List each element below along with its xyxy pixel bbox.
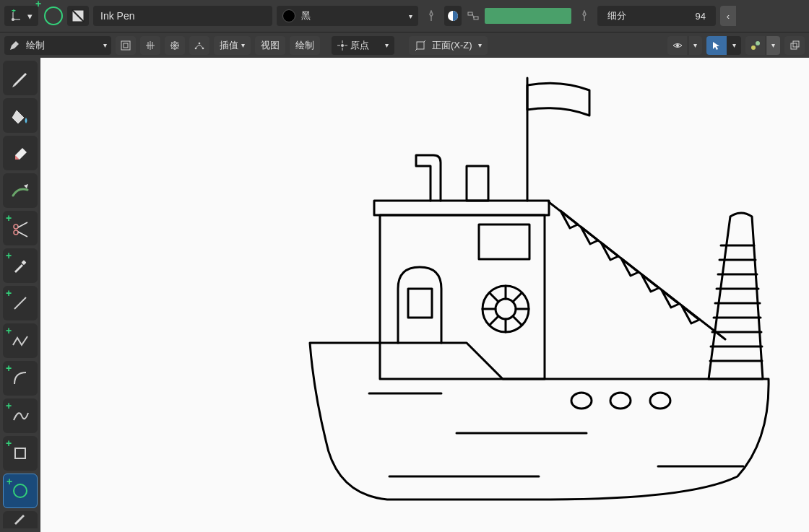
- visibility-split: ▾: [667, 36, 702, 55]
- guides-toggle-2[interactable]: [140, 36, 160, 55]
- svg-point-13: [341, 44, 344, 47]
- tool-curve[interactable]: +: [3, 398, 38, 433]
- svg-point-26: [571, 393, 592, 409]
- visibility-dropdown[interactable]: ▾: [688, 36, 702, 55]
- svg-rect-35: [479, 224, 529, 259]
- mode-dropdown[interactable]: 绘制 ▾: [4, 36, 111, 55]
- layer-link-icon[interactable]: [466, 6, 480, 26]
- svg-line-23: [14, 297, 26, 309]
- main-area: + + + + + + + +: [0, 58, 809, 532]
- drawing-plane-dropdown[interactable]: 正面(X-Z) ▾: [409, 36, 488, 55]
- svg-point-28: [650, 393, 670, 409]
- origin-dropdown[interactable]: 原点 ▾: [332, 36, 394, 55]
- pencil-icon: [9, 40, 20, 51]
- svg-text:+: +: [12, 9, 16, 14]
- gizmo-split: ▾: [745, 36, 780, 55]
- tool-draw[interactable]: [3, 61, 38, 95]
- subdivide-field[interactable]: 细分 94: [597, 6, 716, 26]
- svg-line-44: [490, 316, 498, 325]
- layer-opacity-bar[interactable]: [485, 8, 571, 24]
- tool-erase[interactable]: [3, 136, 38, 170]
- material-slot-icon[interactable]: [67, 6, 89, 26]
- chevron-down-icon: ▾: [27, 11, 33, 22]
- view-label: 视图: [261, 39, 280, 52]
- chevron-down-icon: ▾: [385, 41, 389, 49]
- tool-line[interactable]: +: [3, 286, 38, 320]
- origin-label: 原点: [350, 39, 369, 52]
- guides-toggle-1[interactable]: [116, 36, 136, 55]
- select-split: ▾: [706, 36, 741, 55]
- tool-circle[interactable]: +: [3, 474, 38, 508]
- scroll-left-button[interactable]: ‹: [720, 6, 736, 26]
- tool-fill[interactable]: [3, 98, 38, 133]
- gizmo-dropdown[interactable]: ▾: [766, 36, 780, 55]
- svg-point-16: [751, 45, 756, 50]
- pin-layer-icon[interactable]: [576, 6, 593, 26]
- chevron-down-icon: ▾: [478, 41, 482, 49]
- svg-line-43: [513, 293, 522, 302]
- top-header: + ▾ Ink Pen 黑 ▾ 细分 94 ‹: [0, 0, 809, 32]
- tool-polyline[interactable]: +: [3, 323, 38, 358]
- tool-column: + + + + + + + +: [0, 58, 40, 532]
- material-name-label: Ink Pen: [100, 10, 134, 22]
- tool-eyedropper[interactable]: +: [3, 248, 38, 283]
- gizmo-button[interactable]: [745, 36, 766, 55]
- drawing-plane-label: 正面(X-Z): [432, 39, 472, 52]
- guides-toggle-4[interactable]: [189, 36, 209, 55]
- visibility-button[interactable]: [667, 36, 688, 55]
- draw-label: 绘制: [295, 39, 314, 52]
- svg-line-42: [490, 293, 498, 302]
- chevron-down-icon: ▾: [409, 12, 412, 20]
- svg-rect-6: [474, 17, 478, 19]
- svg-rect-22: [21, 260, 26, 265]
- guides-toggle-3[interactable]: [165, 36, 185, 55]
- svg-rect-34: [408, 289, 432, 318]
- svg-point-25: [14, 484, 27, 497]
- tool-box[interactable]: +: [3, 436, 38, 471]
- tool-cutter[interactable]: +: [3, 211, 38, 245]
- pivot-dropdown[interactable]: + ▾: [4, 6, 38, 26]
- mode-label: 绘制: [26, 39, 45, 52]
- chevron-down-icon: ▾: [103, 41, 107, 49]
- interpolate-dropdown[interactable]: 插值 ▾: [214, 36, 251, 55]
- tool-annotate[interactable]: [3, 511, 38, 528]
- material-name-field[interactable]: Ink Pen: [93, 6, 272, 26]
- drawing-canvas[interactable]: [40, 58, 809, 532]
- mode-toolbar: 绘制 ▾ 插值 ▾ 视图 绘制 原点 ▾ 正面(X-Z) ▾ ▾: [0, 32, 809, 58]
- color-swatch: [282, 9, 295, 22]
- svg-point-20: [14, 230, 18, 235]
- subdivide-label: 细分: [607, 9, 626, 22]
- selectability-dropdown[interactable]: ▾: [727, 36, 741, 55]
- draw-menu[interactable]: 绘制: [290, 36, 320, 55]
- svg-point-10: [195, 47, 197, 49]
- overlays-button[interactable]: [784, 36, 805, 55]
- layer-onion-icon[interactable]: [444, 6, 462, 26]
- chevron-down-icon: ▾: [241, 41, 245, 49]
- svg-point-17: [756, 41, 760, 45]
- svg-point-27: [610, 393, 631, 409]
- svg-point-21: [14, 224, 18, 229]
- tool-tint[interactable]: [3, 173, 38, 208]
- svg-point-0: [12, 19, 14, 21]
- svg-point-15: [676, 44, 679, 47]
- tool-arc[interactable]: +: [3, 361, 38, 396]
- interpolate-label: 插值: [220, 39, 238, 52]
- svg-line-45: [513, 316, 522, 325]
- selectability-button[interactable]: [706, 36, 727, 55]
- svg-rect-18: [791, 43, 797, 49]
- placement-stroke-icon[interactable]: [44, 6, 63, 25]
- svg-point-11: [202, 47, 204, 49]
- plane-icon: [415, 40, 426, 51]
- svg-rect-8: [124, 43, 128, 48]
- view-menu[interactable]: 视图: [255, 36, 285, 55]
- svg-rect-33: [380, 215, 545, 379]
- svg-rect-46: [467, 166, 488, 201]
- origin-icon: [337, 40, 347, 51]
- svg-rect-14: [417, 42, 424, 49]
- pin-material-icon[interactable]: [423, 6, 440, 26]
- svg-rect-19: [793, 41, 799, 47]
- svg-rect-7: [121, 41, 130, 50]
- svg-rect-24: [15, 448, 25, 458]
- stroke-color-dropdown[interactable]: 黑 ▾: [277, 6, 418, 26]
- stroke-color-label: 黑: [301, 9, 311, 22]
